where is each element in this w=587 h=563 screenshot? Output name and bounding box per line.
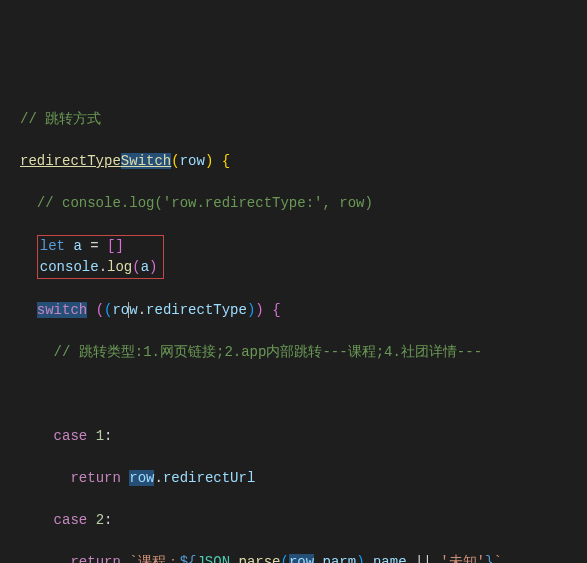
code-line: // 跳转类型:1.网页链接;2.app内部跳转---课程;4.社团详情--- [20, 342, 587, 363]
code-line [20, 384, 587, 405]
code-line: return `课程：${JSON.parse(row.parm).name |… [20, 552, 587, 563]
selection: Switch [121, 153, 171, 169]
code-line: // console.log('row.redirectType:', row) [20, 193, 587, 214]
function-name: redirectType [20, 153, 121, 169]
code-line: // 跳转方式 [20, 109, 587, 130]
code-line: case 2: [20, 510, 587, 531]
code-line: switch ((row.redirectType)) { [20, 300, 587, 321]
highlight-box: let a = [] console.log(a) [37, 235, 165, 279]
code-editor[interactable]: // 跳转方式 redirectTypeSwitch(row) { // con… [0, 84, 587, 563]
code-line: return row.redirectUrl [20, 468, 587, 489]
code-line: case 1: [20, 426, 587, 447]
code-line: let a = [] console.log(a) [20, 235, 587, 279]
selection: switch [37, 302, 87, 318]
code-line: redirectTypeSwitch(row) { [20, 151, 587, 172]
comment: // 跳转方式 [20, 111, 101, 127]
